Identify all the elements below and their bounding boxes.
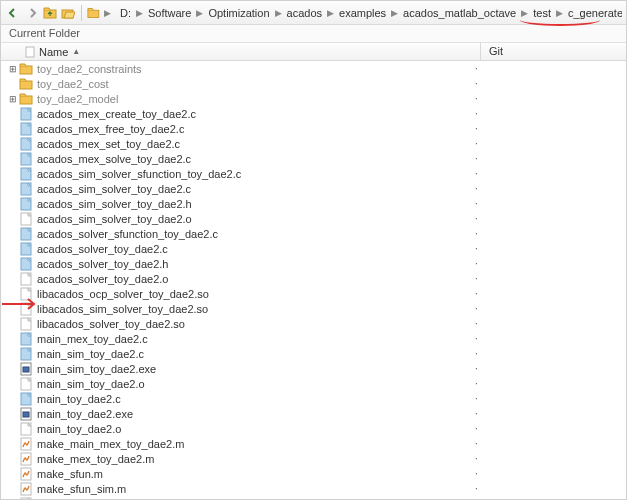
expander-icon [7, 348, 19, 360]
file-row[interactable]: acados_sim_solver_toy_dae2.h· [1, 196, 626, 211]
file-row[interactable]: main_mex_toy_dae2.c· [1, 331, 626, 346]
up-button[interactable] [42, 4, 58, 22]
expander-icon [7, 168, 19, 180]
expander-icon[interactable] [7, 78, 19, 90]
o-file-icon [19, 212, 33, 226]
git-status: · [471, 258, 626, 269]
file-row[interactable]: make_mex_toy_dae2.m· [1, 451, 626, 466]
file-name: acados_mex_create_toy_dae2.c [37, 108, 196, 120]
git-status: · [471, 63, 626, 74]
git-status: · [471, 138, 626, 149]
breadcrumb-segment[interactable]: Software [147, 7, 192, 19]
o-file-icon [19, 272, 33, 286]
c-file-icon [19, 392, 33, 406]
expander-icon[interactable]: ⊞ [7, 93, 19, 105]
o-file-icon [19, 422, 33, 436]
name-cell: main_sim_toy_dae2.exe [19, 362, 471, 376]
file-row[interactable]: make_main_mex_toy_dae2.m· [1, 436, 626, 451]
column-git-label: Git [489, 45, 503, 57]
file-row[interactable]: libacados_sim_solver_toy_dae2.so· [1, 301, 626, 316]
file-name: acados_solver_toy_dae2.c [37, 243, 168, 255]
c-file-icon [19, 347, 33, 361]
name-cell: acados_mex_create_toy_dae2.c [19, 107, 471, 121]
expander-icon [7, 318, 19, 330]
browse-button[interactable] [60, 4, 76, 22]
file-name: toy_dae2_constraints [37, 63, 142, 75]
file-row[interactable]: make_sfun.m· [1, 466, 626, 481]
file-row[interactable]: make_sfun_sim.m· [1, 481, 626, 496]
toolbar: ▶ D:▶Software▶Optimization▶acados▶exampl… [1, 1, 626, 25]
chevron-right-icon: ▶ [102, 8, 113, 18]
file-row[interactable]: acados_sim_solver_toy_dae2.c· [1, 181, 626, 196]
file-row[interactable]: main_sim_toy_dae2.c· [1, 346, 626, 361]
file-row[interactable]: main_sim_toy_dae2.exe· [1, 361, 626, 376]
git-status: · [471, 153, 626, 164]
file-row[interactable]: acados_solver_sfunction_toy_dae2.c· [1, 226, 626, 241]
file-row[interactable]: acados_solver_toy_dae2.h· [1, 256, 626, 271]
file-row[interactable]: main_toy_dae2.o· [1, 421, 626, 436]
file-row[interactable]: acados_mex_solve_toy_dae2.c· [1, 151, 626, 166]
file-row[interactable]: main_sim_toy_dae2.o· [1, 376, 626, 391]
git-status: · [471, 318, 626, 329]
file-row[interactable]: Makefile· [1, 496, 626, 500]
file-row[interactable]: acados_solver_toy_dae2.c· [1, 241, 626, 256]
o-file-icon [19, 377, 33, 391]
breadcrumb-segment[interactable]: examples [338, 7, 387, 19]
name-cell: acados_sim_solver_sfunction_toy_dae2.c [19, 167, 471, 181]
c-file-icon [19, 197, 33, 211]
column-headers: Name ▲ Git [1, 43, 626, 61]
breadcrumb-segment[interactable]: acados_matlab_octave [402, 7, 517, 19]
back-button[interactable] [5, 4, 21, 22]
file-row[interactable]: acados_sim_solver_toy_dae2.o· [1, 211, 626, 226]
c-file-icon [19, 122, 33, 136]
chevron-right-icon: ▶ [389, 8, 400, 18]
folder-row[interactable]: ⊞toy_dae2_constraints· [1, 61, 626, 76]
panel-title: Current Folder [1, 25, 626, 43]
expander-icon [7, 258, 19, 270]
breadcrumb-segment[interactable]: c_generated_code [567, 7, 622, 19]
column-git[interactable]: Git [481, 43, 626, 60]
name-cell: make_mex_toy_dae2.m [19, 452, 471, 466]
breadcrumb-segment[interactable]: D: [119, 7, 132, 19]
expander-icon [7, 288, 19, 300]
o-file-icon [19, 302, 33, 316]
folder-row[interactable]: ⊞toy_dae2_model· [1, 91, 626, 106]
chevron-right-icon: ▶ [273, 8, 284, 18]
file-row[interactable]: acados_mex_set_toy_dae2.c· [1, 136, 626, 151]
git-status: · [471, 93, 626, 104]
folder-row[interactable]: toy_dae2_cost· [1, 76, 626, 91]
expander-icon [7, 453, 19, 465]
expander-icon[interactable]: ⊞ [7, 63, 19, 75]
chevron-right-icon: ▶ [134, 8, 145, 18]
breadcrumb-segment[interactable]: test [532, 7, 552, 19]
file-row[interactable]: libacados_ocp_solver_toy_dae2.so· [1, 286, 626, 301]
file-name: make_sfun_sim.m [37, 483, 126, 495]
git-status: · [471, 348, 626, 359]
name-cell: acados_solver_toy_dae2.o [19, 272, 471, 286]
name-cell: libacados_sim_solver_toy_dae2.so [19, 302, 471, 316]
name-cell: main_mex_toy_dae2.c [19, 332, 471, 346]
name-cell: libacados_ocp_solver_toy_dae2.so [19, 287, 471, 301]
sort-asc-icon: ▲ [72, 47, 80, 56]
breadcrumb-segment[interactable]: Optimization [207, 7, 270, 19]
expander-icon [7, 468, 19, 480]
forward-button[interactable] [23, 4, 39, 22]
c-file-icon [19, 227, 33, 241]
name-cell: acados_sim_solver_toy_dae2.o [19, 212, 471, 226]
column-name[interactable]: Name ▲ [1, 43, 481, 60]
file-row[interactable]: acados_mex_free_toy_dae2.c· [1, 121, 626, 136]
folder-open-icon [61, 7, 75, 19]
file-list[interactable]: ⊞toy_dae2_constraints·toy_dae2_cost·⊞toy… [1, 61, 626, 500]
git-status: · [471, 393, 626, 404]
file-row[interactable]: acados_solver_toy_dae2.o· [1, 271, 626, 286]
file-row[interactable]: acados_mex_create_toy_dae2.c· [1, 106, 626, 121]
arrow-left-icon [7, 7, 19, 19]
file-row[interactable]: libacados_solver_toy_dae2.so· [1, 316, 626, 331]
file-row[interactable]: main_toy_dae2.exe· [1, 406, 626, 421]
expander-icon [7, 303, 19, 315]
m-file-icon [19, 467, 33, 481]
file-row[interactable]: acados_sim_solver_sfunction_toy_dae2.c· [1, 166, 626, 181]
file-row[interactable]: main_toy_dae2.c· [1, 391, 626, 406]
file-name: acados_mex_set_toy_dae2.c [37, 138, 180, 150]
breadcrumb-segment[interactable]: acados [286, 7, 323, 19]
